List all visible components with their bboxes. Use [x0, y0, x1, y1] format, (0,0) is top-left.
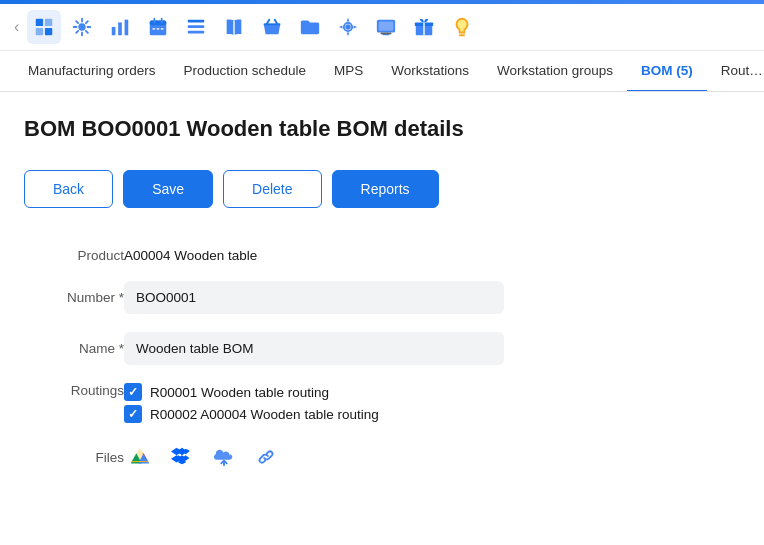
number-input[interactable] [124, 281, 504, 314]
google-drive-icon[interactable] [124, 441, 156, 473]
tab-production-schedule[interactable]: Production schedule [170, 51, 320, 92]
routing-item-1: R00001 Wooden table routing [124, 383, 740, 401]
product-label: Product [24, 242, 124, 269]
basket-icon[interactable] [255, 10, 289, 44]
svg-rect-1 [45, 19, 52, 26]
number-row: Number * [24, 275, 740, 320]
product-value: A00004 Wooden table [124, 242, 740, 269]
back-button[interactable]: Back [24, 170, 113, 208]
svg-rect-32 [381, 33, 392, 35]
svg-rect-14 [118, 22, 122, 35]
action-buttons: Back Save Delete Reports [24, 170, 740, 208]
routings-cell: R00001 Wooden table routing R00002 A0000… [124, 377, 740, 429]
svg-rect-23 [188, 20, 205, 23]
icon-toolbar: ‹ [0, 4, 764, 51]
tab-workstation-groups[interactable]: Workstation groups [483, 51, 627, 92]
svg-line-10 [86, 31, 88, 33]
reports-button[interactable]: Reports [332, 170, 439, 208]
calendar-icon[interactable] [141, 10, 175, 44]
chart-bar-icon[interactable] [103, 10, 137, 44]
routing-label-1: R00001 Wooden table routing [150, 385, 329, 400]
gear-icon[interactable] [331, 10, 365, 44]
name-cell [124, 326, 740, 371]
routings-row: Routings R00001 Wooden table routing R00… [24, 377, 740, 429]
files-container [124, 441, 740, 473]
files-row: Files [24, 435, 740, 479]
svg-point-4 [79, 23, 86, 30]
tab-mps[interactable]: MPS [320, 51, 377, 92]
link-icon[interactable] [250, 441, 282, 473]
svg-line-9 [76, 21, 78, 23]
folder-icon[interactable] [293, 10, 327, 44]
svg-rect-17 [150, 21, 167, 26]
routing-checkbox-1[interactable] [124, 383, 142, 401]
svg-rect-20 [153, 28, 156, 30]
files-cell [124, 435, 740, 479]
monitor-icon[interactable] [369, 10, 403, 44]
sun-icon[interactable] [65, 10, 99, 44]
svg-line-12 [76, 31, 78, 33]
dropbox-icon[interactable] [166, 441, 198, 473]
routings-container: R00001 Wooden table routing R00002 A0000… [124, 383, 740, 423]
tab-manufacturing-orders[interactable]: Manufacturing orders [14, 51, 170, 92]
svg-rect-22 [161, 28, 164, 30]
routings-label: Routings [24, 377, 124, 429]
svg-rect-0 [36, 19, 43, 26]
save-button[interactable]: Save [123, 170, 213, 208]
number-cell [124, 275, 740, 320]
lightbulb-icon[interactable] [445, 10, 479, 44]
main-content: BOM BOO0001 Wooden table BOM details Bac… [0, 92, 764, 501]
nav-tabs: Manufacturing orders Production schedule… [0, 51, 764, 92]
svg-rect-2 [36, 28, 43, 35]
svg-rect-13 [112, 27, 116, 35]
svg-point-27 [346, 24, 352, 30]
name-input[interactable] [124, 332, 504, 365]
svg-rect-30 [379, 22, 394, 31]
svg-rect-21 [157, 28, 160, 30]
bom-form: Product A00004 Wooden table Number * Nam… [24, 236, 740, 485]
logo-icon[interactable] [27, 10, 61, 44]
name-label: Name * [24, 326, 124, 371]
svg-rect-25 [188, 31, 205, 34]
routing-checkbox-2[interactable] [124, 405, 142, 423]
list-icon[interactable] [179, 10, 213, 44]
cloud-upload-icon[interactable] [208, 441, 240, 473]
book-icon[interactable] [217, 10, 251, 44]
tab-routing[interactable]: Rout… [707, 51, 764, 92]
routing-label-2: R00002 A00004 Wooden table routing [150, 407, 379, 422]
tab-bom[interactable]: BOM (5) [627, 51, 707, 92]
page-title: BOM BOO0001 Wooden table BOM details [24, 116, 740, 142]
delete-button[interactable]: Delete [223, 170, 321, 208]
routing-item-2: R00002 A00004 Wooden table routing [124, 405, 740, 423]
toolbar-back-chevron[interactable]: ‹ [10, 18, 23, 36]
svg-line-11 [86, 21, 88, 23]
product-row: Product A00004 Wooden table [24, 242, 740, 269]
name-row: Name * [24, 326, 740, 371]
svg-rect-24 [188, 25, 205, 28]
number-label: Number * [24, 275, 124, 320]
files-label: Files [24, 435, 124, 479]
svg-rect-15 [125, 20, 129, 36]
svg-rect-3 [45, 28, 52, 35]
tab-workstations[interactable]: Workstations [377, 51, 483, 92]
gift-icon[interactable] [407, 10, 441, 44]
